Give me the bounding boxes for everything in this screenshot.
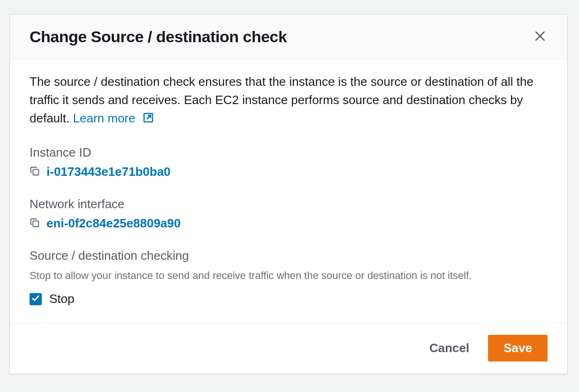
modal-title: Change Source / destination check: [30, 28, 287, 46]
external-link-icon: [143, 112, 154, 123]
modal-header: Change Source / destination check: [10, 15, 567, 60]
learn-more-label: Learn more: [73, 111, 136, 125]
src-dest-checking-sublabel: Stop to allow your instance to send and …: [30, 268, 548, 283]
close-icon: [534, 30, 546, 44]
stop-checkbox-label: Stop: [49, 292, 75, 306]
instance-id-value-row: i-0173443e1e71b0ba0: [30, 165, 548, 179]
svg-rect-5: [33, 221, 38, 226]
check-icon: [31, 294, 40, 304]
source-dest-check-modal: Change Source / destination check The so…: [9, 14, 568, 374]
network-interface-value-row: eni-0f2c84e25e8809a90: [30, 216, 548, 231]
svg-rect-4: [33, 169, 38, 175]
copy-instance-id-button[interactable]: [30, 166, 40, 178]
instance-id-label: Instance ID: [30, 145, 548, 160]
network-interface-link[interactable]: eni-0f2c84e25e8809a90: [46, 216, 181, 231]
src-dest-checking-label: Source / destination checking: [30, 249, 548, 263]
modal-body: The source / destination check ensures t…: [10, 60, 567, 324]
copy-network-interface-button[interactable]: [30, 218, 40, 230]
instance-id-link[interactable]: i-0173443e1e71b0ba0: [46, 165, 171, 179]
copy-icon: [30, 166, 40, 178]
network-interface-field: Network interface eni-0f2c84e25e8809a90: [30, 197, 548, 231]
stop-checkbox[interactable]: [30, 293, 42, 305]
cancel-button[interactable]: Cancel: [426, 336, 473, 360]
copy-icon: [30, 218, 40, 230]
modal-description: The source / destination check ensures t…: [30, 73, 548, 128]
instance-id-field: Instance ID i-0173443e1e71b0ba0: [30, 145, 548, 179]
learn-more-link[interactable]: Learn more: [73, 111, 154, 125]
network-interface-label: Network interface: [30, 197, 548, 211]
src-dest-checking-field: Source / destination checking Stop to al…: [30, 249, 548, 306]
modal-footer: Cancel Save: [10, 324, 567, 374]
stop-checkbox-row[interactable]: Stop: [30, 292, 548, 306]
save-button[interactable]: Save: [488, 335, 548, 362]
close-button[interactable]: [532, 29, 549, 45]
